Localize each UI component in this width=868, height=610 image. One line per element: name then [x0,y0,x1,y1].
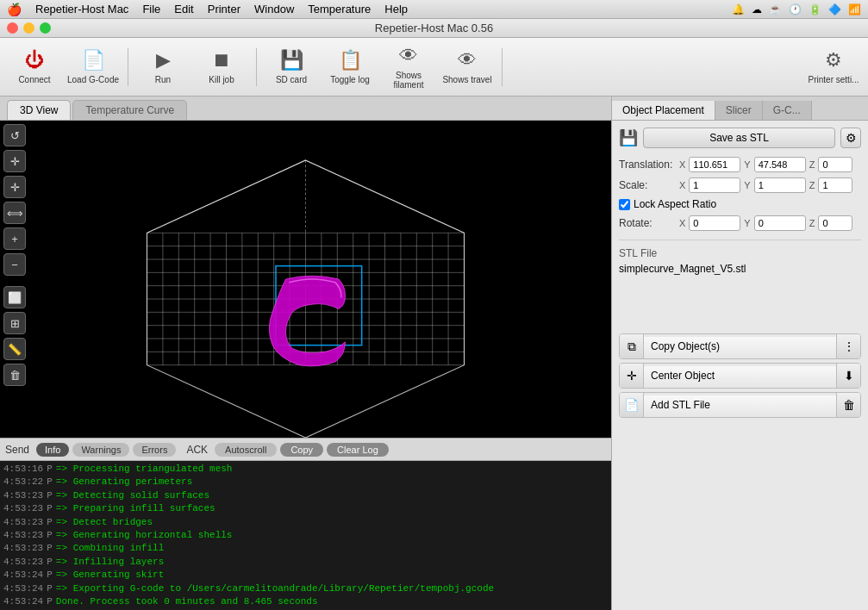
menu-item-help[interactable]: Help [384,3,408,16]
scale-y-input[interactable] [754,177,806,193]
scale-z-label: Z [809,180,815,190]
log-message: => Infilling layers [56,556,164,569]
translation-x-input[interactable] [689,157,740,172]
view-tab-bar: 3D View Temperature Curve [0,96,611,121]
printer-settings-button[interactable]: ⚙ Printer setti... [806,43,861,91]
add-stl-icon-btn[interactable]: 📄 [620,393,644,417]
log-line: 4:53:24P => Exporting G-code to /Users/c… [3,582,608,595]
center-object-right-btn[interactable]: ⬇ [836,364,860,388]
lock-aspect-ratio-checkbox[interactable] [619,199,630,210]
shows-travel-label: Shows travel [442,75,491,84]
eye-filament-icon: 👁 [399,45,418,67]
rotate-y-input[interactable] [754,215,806,231]
printer-settings-label: Printer setti... [809,75,859,84]
tab-gcode[interactable]: G-C... [763,101,812,120]
copy-icon-btn[interactable]: ⧉ [620,334,644,358]
tab-warnings[interactable]: Warnings [72,443,129,457]
tab-object-placement[interactable]: Object Placement [612,101,715,120]
scale-z-input[interactable] [818,177,852,193]
rotate-row: Rotate: X Y Z [619,215,861,231]
log-line: 4:53:22P => Generating perimeters [3,476,608,489]
log-timestamp: 4:53:24 [3,595,43,608]
titlebar: Repetier-Host Mac 0.56 [0,19,868,38]
run-button[interactable]: ▶ Run [135,43,190,91]
center-object-button[interactable]: Center Object [644,366,836,385]
copy-label: Copy [290,445,313,455]
translation-x-label: X [679,159,685,170]
sdcard-icon: 💾 [280,49,303,72]
copy-objects-right-btn[interactable]: ⋮ [836,334,860,358]
3d-viewport[interactable]: ↺ ✛ ✛ ⟺ + − ⬜ ⊞ 📏 🗑 [0,121,611,438]
translation-y-label: Y [744,159,750,170]
log-line: 4:53:23P => Preparing infill surfaces [3,502,608,515]
add-stl-right-btn[interactable]: 🗑 [836,393,860,417]
stop-icon: ⏹ [212,49,231,72]
play-icon: ▶ [156,49,171,72]
sd-card-button[interactable]: 💾 SD card [264,43,319,91]
apple-logo-icon[interactable]: 🍎 [7,3,22,16]
cloud-icon: ☁ [752,3,762,16]
tab-slicer[interactable]: Slicer [715,101,763,120]
minimize-button[interactable] [23,22,34,34]
menu-item-edit[interactable]: Edit [174,3,193,16]
log-timestamp: 4:53:22 [3,476,43,489]
save-stl-button[interactable]: Save as STL [643,128,835,148]
shows-filament-label: Shows filament [381,71,436,90]
save-icon-btn[interactable]: 💾 [619,128,638,147]
menu-item-window[interactable]: Window [254,3,294,16]
stl-file-section: STL File simplecurve_Magnet_V5.stl [619,240,861,333]
copy-objects-label: Copy Object(s) [651,340,720,352]
clear-log-button[interactable]: Clear Log [327,443,389,457]
tab-temperature-curve[interactable]: Temperature Curve [72,100,187,120]
log-timestamp: 4:53:23 [3,529,43,542]
menubar: 🍎 Repetier-Host Mac File Edit Printer Wi… [0,0,868,19]
right-panel: Object Placement Slicer G-C... 💾 Save as… [612,96,868,610]
load-gcode-button[interactable]: 📄 Load G-Code [66,43,121,91]
log-type-indicator: P [47,463,53,476]
translation-y-input[interactable] [754,157,806,172]
menu-item-file[interactable]: File [142,3,160,16]
autoscroll-button[interactable]: Autoscroll [215,443,277,457]
tab-errors-label: Errors [141,445,167,455]
rotate-z-input[interactable] [818,215,852,231]
log-line: 4:53:24P => Generating skirt [3,569,608,582]
center-icon-btn[interactable]: ✛ [620,364,644,388]
power-icon: ⏻ [25,49,44,72]
placement-settings-button[interactable]: ⚙ [840,128,861,148]
scale-x-input[interactable] [689,177,740,193]
log-type-indicator: P [47,529,53,542]
connect-button[interactable]: ⏻ Connect [7,43,62,91]
kill-job-button[interactable]: ⏹ Kill job [194,43,249,91]
stl-filename: simplecurve_Magnet_V5.stl [619,263,861,275]
menu-item-printer[interactable]: Printer [208,3,240,16]
menu-item-app[interactable]: Repetier-Host Mac [35,3,128,16]
log-timestamp: 4:53:23 [3,556,43,569]
copy-objects-button[interactable]: Copy Object(s) [644,337,836,356]
maximize-button[interactable] [40,22,51,34]
3d-scene-svg [0,121,611,438]
rotate-x-input[interactable] [689,215,740,231]
shows-travel-button[interactable]: 👁 Shows travel [440,43,495,91]
lock-aspect-ratio-row: Lock Aspect Ratio [619,198,861,210]
log-message: Done. Process took 0 minutes and 8.465 s… [56,595,318,608]
log-message: => Exporting G-code to /Users/carmelitoa… [56,582,494,595]
tab-info-label: Info [45,445,60,455]
close-button[interactable] [7,22,18,34]
shows-filament-button[interactable]: 👁 Shows filament [381,43,436,91]
autoscroll-label: Autoscroll [225,445,266,455]
separator-1 [128,48,128,86]
toggle-log-button[interactable]: 📋 Toggle log [322,43,378,91]
tab-3d-view[interactable]: 3D View [7,100,71,120]
copy-button[interactable]: Copy [280,443,323,457]
log-message: => Combining infill [56,542,164,555]
log-timestamp: 4:53:24 [3,569,43,582]
menu-item-temperature[interactable]: Temperature [308,3,371,16]
add-stl-file-button[interactable]: Add STL File [644,395,836,414]
rotate-coords: X Y Z [679,215,861,231]
translation-z-input[interactable] [818,157,852,172]
connect-label: Connect [18,75,50,84]
tab-errors[interactable]: Errors [133,443,176,457]
gear-icon: ⚙ [846,131,857,145]
tab-info[interactable]: Info [36,443,69,457]
tab-temperature-curve-label: Temperature Curve [85,104,174,116]
